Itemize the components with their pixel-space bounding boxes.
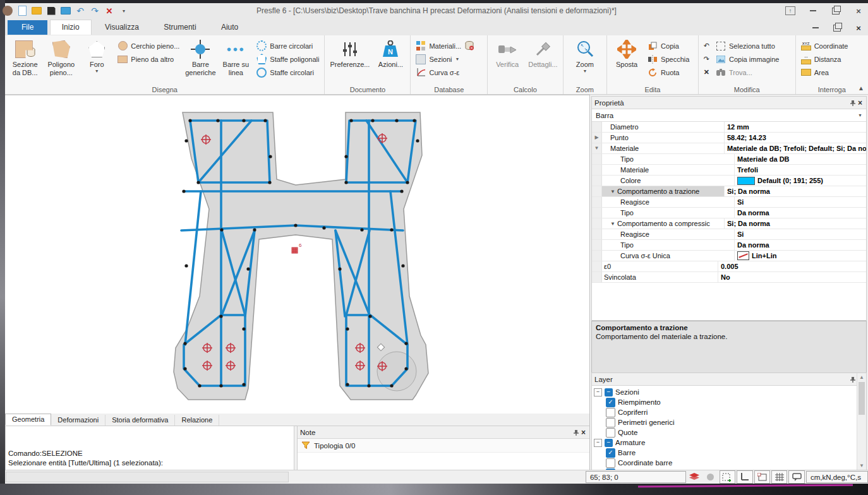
cerchio-pieno-button[interactable]: Cerchio pieno... [114,39,183,52]
checkbox-checked[interactable]: ✓ [606,448,615,458]
open-recent-icon[interactable] [61,6,71,16]
close-icon[interactable]: × [857,98,864,107]
barre-generiche-button[interactable]: Barre generiche [183,37,218,77]
tab-aiuto[interactable]: Aiuto [210,20,250,35]
layer-item-perimetri-generici[interactable]: Perimetri generici [592,417,866,427]
add-to-selection-icon[interactable] [720,470,735,484]
layer-group-armature[interactable]: −− Armature [592,438,866,448]
curva-sigma-eps-button[interactable]: Curva σ-ε [413,66,478,79]
tab-deformazioni[interactable]: Deformazioni [51,415,105,426]
drawing-canvas[interactable]: 6 [5,95,590,414]
ribbon-options-button[interactable]: ↑ [785,6,796,16]
prop-row-materiale-sub[interactable]: Materiale Trefoli [592,165,866,176]
close-icon[interactable]: × [580,428,587,437]
prop-row-curva[interactable]: Curva σ-ε Unica Lin+Lin [592,251,866,261]
minimize-button[interactable] [807,6,819,16]
doc-minimize-button[interactable] [810,23,821,33]
poligono-pieno-button[interactable]: Poligono pieno... [43,37,79,77]
scrollbar-thumb[interactable] [859,382,865,415]
grid-snap-icon[interactable] [771,470,787,484]
tab-visualizza[interactable]: Visualizza [93,20,150,35]
specchia-button[interactable]: Specchia [644,52,692,66]
tab-relazione[interactable]: Relazione [175,415,219,426]
tab-geometria[interactable]: Geometria [5,414,51,426]
tab-file[interactable]: File [8,20,47,35]
trova-button[interactable]: Trova... [713,66,782,79]
tab-storia-deformativa[interactable]: Storia deformativa [105,415,175,426]
tab-inizio[interactable]: Inizio [50,20,92,35]
distanza-button[interactable]: ↔ Distanza [798,52,852,66]
layers-status-icon[interactable] [687,471,702,483]
layer-item-riempimento[interactable]: ✓Riempimento [592,397,866,407]
tab-strumenti[interactable]: Strumenti [152,20,207,35]
zoom-button[interactable]: ↖↘ Zoom ▼ [567,37,603,75]
tristate-checkbox[interactable]: − [605,439,613,447]
layer-item-copriferri[interactable]: Copriferri [592,407,866,417]
checkbox-checked[interactable]: ✓ [606,398,615,407]
undo-icon[interactable]: ↶ [75,6,85,16]
prop-row-colore[interactable]: Colore Default (0; 191; 255) [592,176,866,186]
area-button[interactable]: Area [798,66,852,79]
prop-row-punto[interactable]: ▶Punto 58.42; 14.23 [592,133,866,143]
collapse-icon[interactable]: ▼ [610,187,615,196]
section-drawing[interactable]: 6 [5,95,590,414]
redo-icon[interactable]: ↷ [90,6,100,16]
doc-restore-button[interactable] [831,23,843,33]
prop-row-materiale[interactable]: ▼Materiale Materiale da DB; Trefoli; Def… [592,143,866,154]
foro-button[interactable]: Foro ▼ [79,37,114,75]
staffe-poligonali-button[interactable]: Staffe poligonali [253,52,322,66]
prop-row-tipo-compressione[interactable]: Tipo Da norma [592,240,866,251]
barre-su-linea-button[interactable]: ●●● Barre su linea [218,37,253,77]
dettagli-button[interactable]: Dettagli... [525,37,560,69]
staffe-circolari-button[interactable]: Staffe circolari [253,66,322,79]
prop-row-reagisce[interactable]: Reagisce Si [592,197,866,208]
customize-toolbar-icon[interactable]: ▾ [119,6,129,16]
pieno-da-altro-button[interactable]: Pieno da altro [114,52,183,66]
layer-item-coordinate-barre[interactable]: Coordinate barre [592,458,866,468]
scroll-up-icon[interactable]: ▲ [857,373,866,381]
copia-immagine-button[interactable]: Copia immagine [713,52,782,66]
pin-icon[interactable] [849,376,857,383]
database-remove-icon[interactable] [464,41,474,51]
delete-icon[interactable]: ✕ [104,6,114,16]
seleziona-tutto-button[interactable]: Seleziona tutto [713,39,782,52]
pin-icon[interactable] [849,99,857,107]
layer-group-sezioni[interactable]: −− Sezioni [592,387,866,397]
collapse-icon[interactable]: − [594,439,602,447]
sposta-button[interactable]: Sposta [609,37,644,69]
doc-close-button[interactable]: × [853,23,864,33]
prop-row-comportamento-trazione[interactable]: ▼Comportamento a trazione Si; Da norma [592,186,866,197]
checkbox-unchecked[interactable] [606,418,615,427]
note-filter-row[interactable]: Tipologia 0/0 [298,439,589,453]
new-file-icon[interactable] [17,6,27,16]
coordinate-button[interactable]: XYZ Coordinate [798,39,852,52]
checkbox-unchecked[interactable] [606,458,615,468]
prop-row-tipo[interactable]: Tipo Materiale da DB [592,154,866,165]
ortho-icon[interactable] [754,470,770,484]
checkbox-unchecked[interactable] [606,428,615,438]
undo-icon[interactable]: ↶ [701,39,713,52]
verifica-button[interactable]: Verifica [490,37,525,69]
lightbulb-icon[interactable] [703,471,718,483]
sezione-da-db-button[interactable]: Sezione da DB... [7,37,43,77]
layer-item-barre[interactable]: ✓Barre [592,448,866,458]
collapse-ribbon-icon[interactable]: ▲ [858,85,864,92]
prop-row-svincolata[interactable]: Svincolata No [592,272,866,283]
object-selector[interactable]: Barra ▼ [592,109,866,122]
command-panel[interactable]: Comando:SELEZIONE Selezionare entità [Tu… [5,426,294,470]
open-folder-icon[interactable] [32,6,42,16]
restore-button[interactable] [830,6,841,16]
scroll-down-icon[interactable]: ▼ [857,462,866,470]
collapse-icon[interactable]: − [594,388,602,397]
ruota-button[interactable]: Ruota [644,66,692,79]
prop-row-reagisce-compressione[interactable]: Reagisce Si [592,229,866,240]
copia-button[interactable]: Copia [644,39,692,52]
prop-row-tipo-trazione[interactable]: Tipo Da norma [592,208,866,218]
materiali-button[interactable]: Materiali... [413,39,478,52]
layer-scrollbar[interactable]: ▲ ▼ [857,373,866,470]
save-icon[interactable] [46,6,56,16]
tristate-checkbox[interactable]: − [605,388,613,397]
barre-circolari-button[interactable]: Barre circolari [253,39,322,52]
prop-row-diametro[interactable]: Diametro 12 mm [592,122,866,133]
command-input[interactable] [6,472,289,482]
